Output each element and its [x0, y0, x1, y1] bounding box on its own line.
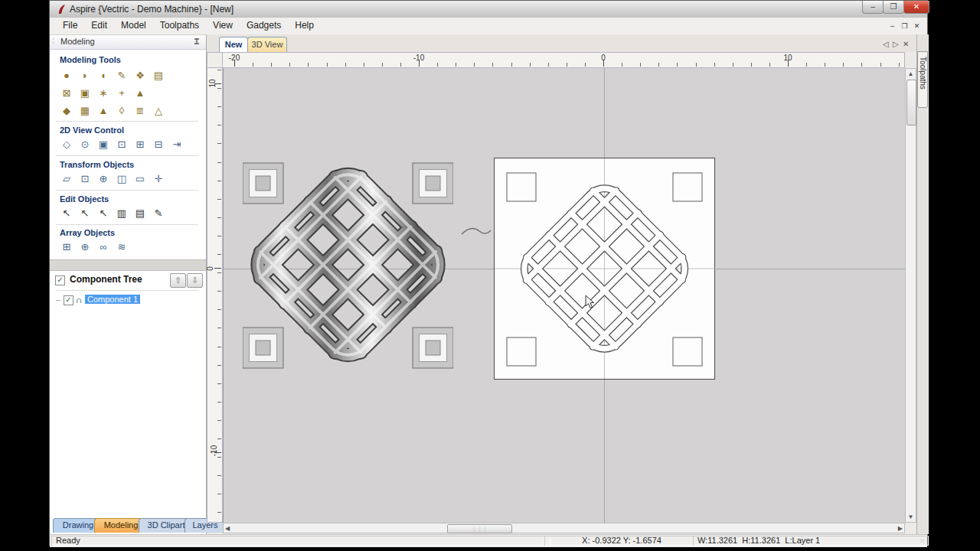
merge-components-icon[interactable]: ∗ [96, 86, 110, 100]
modeling-tools-row-1: ●◗◖✎❖▤ [60, 69, 165, 83]
celtic-knot-3d-component[interactable] [243, 158, 453, 372]
create-flat-plane-icon[interactable]: ▣ [78, 86, 92, 100]
menu-item[interactable]: File [56, 18, 84, 33]
select-icon[interactable]: ↖ [60, 207, 74, 220]
tile-horizontal-icon[interactable]: ⊟ [152, 138, 165, 152]
scroll-left-icon[interactable]: ◀ [225, 525, 230, 532]
tab-3d-view[interactable]: 3D View [247, 37, 287, 52]
menu-bar: FileEditModelToolpathsViewGadgetsHelp [50, 18, 927, 35]
pin-icon[interactable] [192, 37, 201, 47]
screenshot-stage: Aspire {Vectric - Demo Machine} - [New] … [0, 0, 980, 551]
copy-along-curve-icon[interactable]: ∞ [96, 240, 110, 254]
squiggle-vector[interactable] [459, 224, 493, 240]
linear-array-icon[interactable]: ⊞ [60, 240, 74, 254]
zoom-icon[interactable]: ⊙ [78, 138, 92, 152]
distort-object-icon[interactable]: ▭ [133, 172, 147, 186]
texture-area-icon[interactable]: ▦ [78, 104, 92, 118]
panel-title: Modeling [60, 37, 95, 46]
sculpt-icon[interactable]: ✎ [115, 69, 129, 83]
ruler-label: 10 [783, 54, 792, 62]
minimize-button[interactable]: – [862, 1, 884, 14]
panel-drag-handle[interactable]: ⁞ [52, 36, 54, 45]
weave-icon[interactable]: + [115, 86, 129, 100]
mdi-close-icon[interactable]: ✕ [911, 21, 923, 31]
divider [56, 155, 198, 156]
toolpaths-strip: Toolpaths [916, 34, 929, 534]
measure-icon[interactable]: ↖ [96, 207, 110, 220]
create-shape-icon[interactable]: ● [60, 69, 74, 83]
scroll-right-icon[interactable]: ▶ [898, 525, 903, 532]
close-button[interactable]: ✕ [903, 1, 929, 14]
distort-icon[interactable]: ❖ [133, 69, 147, 83]
component-glyph-icon: ∩ [76, 295, 83, 305]
rotate-icon[interactable]: ⊕ [96, 172, 110, 186]
scroll-up-icon[interactable]: ▲ [906, 70, 916, 77]
mirror-icon[interactable]: ◫ [115, 172, 129, 186]
component-checkbox[interactable]: ✓ [64, 295, 74, 305]
wireframe-icon[interactable]: △ [152, 104, 165, 118]
mdi-minimize-icon[interactable]: – [887, 21, 898, 31]
tab-toolpaths[interactable]: Toolpaths [917, 51, 928, 108]
vertical-scrollbar[interactable]: ▲ ▼ [905, 68, 916, 523]
panel-splitter[interactable] [50, 259, 206, 271]
maximize-button[interactable]: ❐ [883, 1, 904, 14]
component-tree-checkbox[interactable]: ✓ [55, 276, 65, 285]
align-icon[interactable]: ✛ [152, 172, 165, 186]
ungroup-icon[interactable]: ▤ [133, 207, 147, 220]
component-name[interactable]: Component 1 [85, 295, 140, 304]
tab-next-icon[interactable]: ▷ [893, 40, 899, 48]
move-down-button[interactable]: ⇩ [187, 273, 203, 288]
emboss-icon[interactable]: ▲ [133, 86, 147, 100]
panel-header: ⁞ Modeling [50, 35, 206, 50]
status-bar: Ready X: -0.9322 Y: -1.6574 W:11.3261 H:… [50, 534, 927, 547]
texture-tool-icon[interactable]: ◆ [60, 104, 74, 118]
move-up-button[interactable]: ⇧ [170, 273, 186, 288]
nesting-icon[interactable]: ≋ [115, 240, 129, 254]
pan-view-icon[interactable]: ◇ [60, 138, 74, 152]
tree-item-component-1[interactable]: – ✓ ∩ Component 1 [50, 294, 206, 306]
add-zero-plane-icon[interactable]: ⊠ [60, 86, 74, 100]
transform-icons: ▱⊡⊕◫▭✛ [60, 172, 165, 186]
import-component-icon[interactable]: ▤ [152, 69, 165, 83]
zoom-box-icon[interactable]: ▣ [96, 138, 110, 152]
modeling-tools-row-3: ◆▦▲◊≣△ [60, 104, 165, 118]
resize-grip[interactable]: ⁙ [920, 538, 925, 545]
tab-new[interactable]: New [219, 37, 248, 52]
zoom-extents-icon[interactable]: ⊡ [115, 138, 129, 152]
mdi-restore-icon[interactable]: ❐ [899, 21, 910, 31]
tab-prev-icon[interactable]: ◁ [883, 40, 889, 48]
stack-slices-icon[interactable]: ≣ [133, 104, 147, 118]
menu-item[interactable]: View [206, 18, 240, 33]
two-rail-sweep-icon[interactable]: ◗ [78, 69, 92, 83]
dome-icon[interactable]: ▲ [96, 104, 110, 118]
fillet-icon[interactable]: ✎ [152, 207, 165, 220]
scale-icon[interactable]: ⊡ [78, 172, 92, 186]
menu-item[interactable]: Toolpaths [153, 18, 206, 33]
node-edit-icon[interactable]: ↖ [78, 207, 92, 220]
divider [56, 121, 198, 122]
group-icon[interactable]: ▥ [115, 207, 129, 220]
divider [56, 224, 198, 225]
circular-array-icon[interactable]: ⊕ [78, 240, 92, 254]
view2d-icons: ◇⊙▣⊡⊞⊟⇥ [60, 138, 184, 152]
tile-2d-icon[interactable]: ⊞ [133, 138, 147, 152]
menu-item[interactable]: Edit [84, 18, 114, 33]
horizontal-scroll-thumb[interactable]: ⋮⋮⋮ [447, 524, 512, 533]
shape-editor-icon[interactable]: ◊ [115, 104, 129, 118]
menu-item[interactable]: Gadgets [240, 18, 288, 33]
job-sheet-2d-vectors[interactable] [494, 158, 715, 380]
section-modeling-tools: Modeling Tools [60, 55, 121, 64]
ruler-label: -10 [210, 445, 218, 456]
menu-item[interactable]: Model [114, 18, 153, 33]
drawing-canvas[interactable] [223, 68, 905, 523]
scroll-down-icon[interactable]: ▼ [906, 514, 916, 520]
title-bar[interactable]: Aspire {Vectric - Demo Machine} - [New] … [50, 1, 927, 18]
toolpaths-tab-label: Toolpaths [919, 57, 927, 90]
switch-view-icon[interactable]: ⇥ [170, 138, 184, 152]
tab-close-icon[interactable]: ✕ [903, 40, 909, 48]
menu-item[interactable]: Help [288, 18, 321, 33]
extrude-icon[interactable]: ◖ [96, 69, 110, 83]
vertical-scroll-thumb[interactable] [906, 80, 916, 126]
move-icon[interactable]: ▱ [60, 172, 74, 186]
horizontal-scrollbar[interactable]: ◀ ⋮⋮⋮ ▶ [223, 523, 905, 533]
